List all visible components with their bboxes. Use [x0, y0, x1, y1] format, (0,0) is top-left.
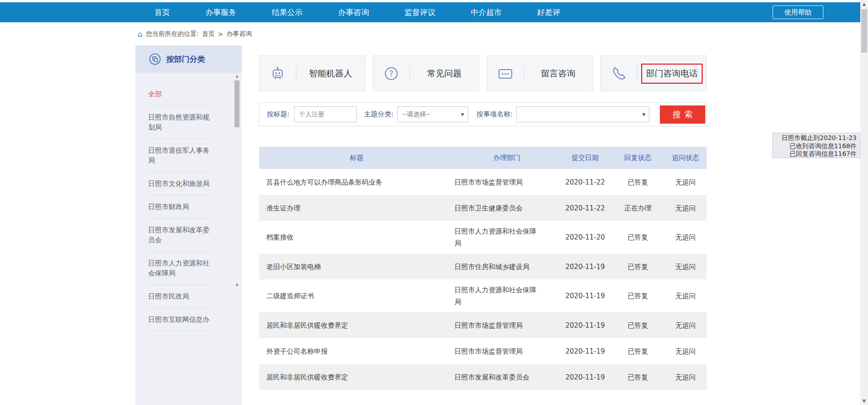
page-scrollbar[interactable]: ▲ ▼: [860, 0, 868, 405]
search-bar: 按标题: 主题分类: --请选择-- ▼ 按事项名称: ▼ 搜索: [259, 102, 707, 126]
column-header-title: 标题: [259, 154, 454, 162]
nav-item[interactable]: 好差评: [537, 7, 560, 18]
table-row[interactable]: 外资子公司名称申报 日照市市场监督管理局 2020-11-19 已答复 无追问: [259, 338, 707, 364]
item-name-select[interactable]: ▼: [516, 106, 649, 122]
message-icon: [487, 66, 524, 81]
nav-menu: 首页 办事服务 结果公示 办事咨询 监督评议 中介超市 好差评: [155, 2, 560, 22]
sidebar-department-item[interactable]: 日照市退役军人事务局: [148, 139, 212, 172]
sidebar-scrollbar[interactable]: ▲ ▼: [234, 66, 240, 320]
tab-label: 常见问题: [410, 68, 479, 80]
category-filter-label: 主题分类:: [364, 110, 394, 119]
sidebar-department-item[interactable]: 全部: [148, 83, 212, 106]
tab-message-consult[interactable]: 留言咨询: [487, 55, 593, 91]
breadcrumb-home-link[interactable]: 首页: [202, 30, 215, 38]
row-department: 日照市市场监督管理局: [454, 172, 559, 193]
phone-icon: [601, 66, 637, 81]
chevron-down-icon: ▼: [461, 112, 464, 117]
sidebar-department-item[interactable]: 日照市发展和改革委员会: [148, 219, 212, 252]
table-row[interactable]: 居民和非居民供暖收费界定 日照市市场监督管理局 2020-11-19 已答复 无…: [259, 312, 707, 338]
department-sidebar: 按部门分类 全部 日照市自然资源和规划局 日照市退役军人事务局 日照市文化和旅游…: [135, 45, 242, 405]
row-department: 日照市卫生健康委员会: [454, 198, 559, 219]
table-row[interactable]: 老旧小区加装电梯 日照市住房和城乡建设局 2020-11-19 已答复 无追问: [259, 254, 707, 280]
nav-item[interactable]: 监督评议: [404, 7, 435, 18]
search-button[interactable]: 搜索: [660, 105, 705, 124]
sidebar-department-item[interactable]: 日照市互联网信息办: [148, 308, 212, 331]
row-title[interactable]: 外资子公司名称申报: [259, 341, 454, 362]
scroll-down-icon[interactable]: ▼: [860, 399, 868, 403]
row-title[interactable]: 二级建造师证书: [259, 285, 454, 306]
row-followup-status: 无追问: [664, 198, 707, 219]
column-header-dept: 办理部门: [454, 154, 559, 162]
sidebar-department-item[interactable]: 日照市自然资源和规划局: [148, 106, 212, 139]
statistics-notice: 日照市截止到2020-11-23 已收到咨询信息1168件 已回复咨询信息116…: [772, 133, 860, 158]
tab-label: 留言咨询: [524, 68, 593, 80]
row-title[interactable]: 老旧小区加装电梯: [259, 256, 454, 277]
row-title[interactable]: 居民和非居民供暖收费界定: [259, 315, 454, 336]
row-reply-status: 已答复: [611, 256, 664, 277]
row-date: 2020-11-22: [559, 198, 611, 219]
category-select-value: --请选择--: [402, 110, 430, 119]
row-title[interactable]: 档案接收: [259, 227, 454, 248]
row-department: 日照市住房和城乡建设局: [454, 256, 559, 277]
category-select[interactable]: --请选择-- ▼: [397, 106, 468, 122]
sidebar-department-item[interactable]: 日照市文化和旅游局: [148, 172, 212, 195]
row-date: 2020-11-19: [559, 315, 611, 336]
column-header-date: 提交日期: [559, 154, 611, 162]
nav-item[interactable]: 结果公示: [272, 7, 303, 18]
row-title[interactable]: 莒县什么地方可以办理商品条形码业务: [259, 172, 454, 193]
sidebar-title: 按部门分类: [166, 54, 205, 65]
sidebar-scroll-up-icon[interactable]: ▲: [234, 74, 240, 78]
row-title[interactable]: 准生证办理: [259, 198, 454, 219]
page-scrollbar-thumb[interactable]: [861, 9, 867, 53]
nav-item[interactable]: 首页: [155, 7, 170, 18]
breadcrumb: ⌂ 您当前所在的位置: 首页 > 办事咨询: [138, 30, 252, 38]
table-row[interactable]: 准生证办理 日照市卫生健康委员会 2020-11-22 正在办理 无追问: [259, 195, 707, 221]
row-reply-status: 已答复: [611, 172, 664, 193]
row-date: 2020-11-19: [559, 367, 611, 388]
row-reply-status: 已答复: [611, 315, 664, 336]
tab-smart-robot[interactable]: 智能机器人: [259, 55, 365, 91]
sidebar-department-item[interactable]: 日照市财政局: [148, 195, 212, 219]
robot-icon: [259, 66, 296, 81]
nav-item[interactable]: 办事服务: [205, 7, 236, 18]
row-department: 日照市市场监督管理局: [454, 315, 559, 336]
row-department: 日照市人力资源和社会保障局: [454, 280, 559, 312]
sidebar-list: 全部 日照市自然资源和规划局 日照市退役军人事务局 日照市文化和旅游局 日照市财…: [135, 73, 242, 331]
table-row[interactable]: 二级建造师证书 日照市人力资源和社会保障局 2020-11-19 已答复 无追问: [259, 280, 707, 312]
help-button[interactable]: 使用帮助: [773, 5, 823, 19]
question-icon: ?: [373, 66, 409, 81]
main-content: 智能机器人 ? 常见问题 留言咨询: [259, 55, 707, 390]
row-title[interactable]: 居民和非居民供暖收费界定: [259, 367, 454, 388]
row-date: 2020-11-19: [559, 341, 611, 362]
tab-department-phone[interactable]: 部门咨询电话: [600, 55, 707, 91]
table-row[interactable]: 档案接收 日照市人力资源和社会保障局 2020-11-20 已答复 无追问: [259, 221, 707, 254]
top-nav-bar: 首页 办事服务 结果公示 办事咨询 监督评议 中介超市 好差评 使用帮助: [0, 2, 868, 22]
row-followup-status: 无追问: [664, 227, 707, 248]
sidebar-department-item[interactable]: 日照市人力资源和社会保障局: [148, 252, 212, 285]
sidebar-department-item[interactable]: 日照市民政局: [148, 285, 212, 308]
row-followup-status: 无追问: [664, 285, 707, 306]
row-reply-status: 已答复: [611, 341, 664, 362]
row-reply-status: 已答复: [611, 227, 664, 248]
title-filter-label: 按标题:: [267, 110, 289, 119]
nav-item[interactable]: 办事咨询: [338, 7, 369, 18]
sidebar-scroll-down-icon[interactable]: ▼: [234, 283, 240, 287]
row-date: 2020-11-20: [559, 227, 611, 248]
table-row[interactable]: 居民和非居民供暖收费界定 日照市发展和改革委员会 2020-11-19 已答复 …: [259, 364, 707, 390]
row-followup-status: 无追问: [664, 256, 707, 277]
notice-line-2: 已收到咨询信息1168件: [773, 142, 857, 150]
svg-text:?: ?: [389, 69, 394, 78]
column-header-followup: 追问状态: [664, 154, 707, 162]
tab-faq[interactable]: ? 常见问题: [373, 55, 479, 91]
scroll-up-icon[interactable]: ▲: [860, 2, 868, 6]
consultation-table: 标题 办理部门 提交日期 回复状态 追问状态 莒县什么地方可以办理商品条形码业务…: [259, 147, 707, 390]
table-row[interactable]: 莒县什么地方可以办理商品条形码业务 日照市市场监督管理局 2020-11-22 …: [259, 169, 707, 195]
category-icon: [149, 53, 161, 65]
home-icon: ⌂: [138, 30, 143, 38]
nav-item[interactable]: 中介超市: [471, 7, 502, 18]
sidebar-scrollbar-thumb[interactable]: [234, 80, 239, 127]
row-department: 日照市市场监督管理局: [454, 341, 559, 362]
table-header-row: 标题 办理部门 提交日期 回复状态 追问状态: [259, 147, 707, 169]
title-search-input[interactable]: [294, 106, 357, 122]
table-body: 莒县什么地方可以办理商品条形码业务 日照市市场监督管理局 2020-11-22 …: [259, 169, 707, 390]
